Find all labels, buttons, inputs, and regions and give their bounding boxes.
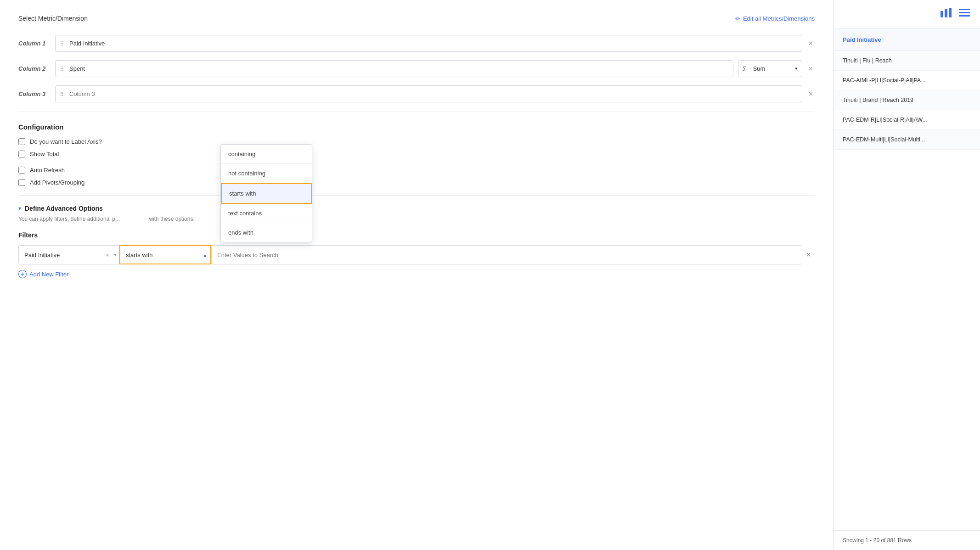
filter-condition-text: starts with [126, 252, 153, 258]
pencil-icon: ✏ [735, 15, 740, 22]
right-panel-footer: Showing 1 - 20 of 881 Rows [834, 530, 980, 550]
checkbox-auto-refresh-text: Auto Refresh [30, 167, 65, 174]
checkbox-label-axis-text: Do you want to Label Axis? [30, 138, 102, 145]
dropdown-item-starts-with[interactable]: starts with [221, 183, 312, 204]
advanced-section: ▾ Define Advanced Options You can apply … [18, 195, 815, 278]
table-view-icon[interactable] [958, 7, 971, 21]
right-panel-content: Paid Initiative Tinuiti | Flu | Reach PA… [834, 29, 980, 530]
checkbox-add-pivots-text: Add Pivots/Grouping [30, 179, 84, 186]
column-1-close[interactable]: × [807, 38, 815, 50]
column-2-row: Column 2 ⠿ Σ Sum Count Avg Min Max ▾ × [18, 60, 815, 77]
column-3-close[interactable]: × [807, 88, 815, 100]
filter-field-text[interactable]: Paid Initiative [18, 245, 119, 264]
svg-rect-2 [949, 8, 952, 17]
advanced-desc: You can apply filters, define additional… [18, 216, 815, 222]
right-panel-toolbar [834, 0, 980, 29]
config-title: Configuration [18, 123, 815, 131]
filter-field-wrapper: Paid Initiative × ▾ [18, 245, 119, 264]
column-2-input[interactable] [55, 60, 733, 77]
svg-rect-1 [945, 9, 947, 17]
filter-condition-chevron: ▴ [203, 252, 207, 258]
checkbox-show-total: Show Total [18, 151, 815, 157]
column-3-input-wrapper: ⠿ [55, 85, 802, 102]
checkbox-show-total-input[interactable] [18, 151, 25, 157]
column-3-input[interactable] [55, 85, 802, 102]
checkbox-add-pivots: Add Pivots/Grouping [18, 179, 815, 186]
right-panel-row-5: PAC-EDM-Multi|LI|Social-Multi... [834, 130, 980, 150]
divider-1 [18, 112, 815, 112]
dropdown-item-text-contains[interactable]: text contains [221, 204, 312, 223]
column-3-label: Column 3 [18, 90, 51, 97]
right-panel: Paid Initiative Tinuiti | Flu | Reach PA… [833, 0, 980, 550]
dropdown-item-not-containing[interactable]: not containing [221, 164, 312, 183]
filter-delete-btn[interactable]: × [802, 248, 815, 262]
section-header: Select Metric/Dimension ✏ Edit all Metri… [18, 15, 815, 22]
svg-rect-3 [959, 9, 970, 10]
column-2-label: Column 2 [18, 65, 51, 72]
edit-all-link[interactable]: ✏ Edit all Metrics/Dimensions [735, 15, 815, 22]
column-1-label: Column 1 [18, 40, 51, 47]
advanced-header: ▾ Define Advanced Options [18, 205, 815, 212]
filter-condition-display[interactable]: starts with ▴ [119, 245, 211, 264]
filter-field-clear[interactable]: × [106, 252, 109, 258]
right-panel-row-3: Tinuiti | Brand | Reach 2019 [834, 90, 980, 110]
dropdown-item-containing[interactable]: containing [221, 145, 312, 164]
filter-condition-wrapper: containing not containing starts with te… [119, 245, 211, 264]
svg-rect-5 [959, 15, 970, 17]
checkbox-auto-refresh-input[interactable] [18, 167, 25, 174]
filter-field-chevron[interactable]: ▾ [114, 252, 117, 258]
column-1-input[interactable] [55, 35, 802, 52]
column-2-close[interactable]: × [807, 63, 815, 75]
filter-field-value: Paid Initiative [24, 252, 60, 258]
right-panel-column-header: Paid Initiative [834, 29, 980, 51]
bar-chart-icon[interactable] [940, 7, 952, 21]
svg-rect-4 [959, 12, 970, 13]
column-1-input-wrapper: ⠿ [55, 35, 802, 52]
configuration-section: Configuration Do you want to Label Axis?… [18, 123, 815, 186]
aggregate-select[interactable]: Sum Count Avg Min Max [738, 60, 802, 77]
checkbox-auto-refresh: Auto Refresh [18, 167, 815, 174]
add-filter-link[interactable]: + Add New Filter [18, 270, 815, 278]
edit-all-label: Edit all Metrics/Dimensions [743, 15, 815, 22]
right-panel-row-1: Tinuiti | Flu | Reach [834, 51, 980, 71]
column-1-row: Column 1 ⠿ × [18, 35, 815, 52]
advanced-title: Define Advanced Options [25, 205, 103, 212]
select-metric-label: Select Metric/Dimension [18, 15, 88, 22]
right-panel-rows: Tinuiti | Flu | Reach PAC-AIML-P|LI|Soci… [834, 51, 980, 150]
right-panel-row-4: PAC-EDM-R|LI|Social-R|All|AW... [834, 110, 980, 130]
main-panel: Select Metric/Dimension ✏ Edit all Metri… [0, 0, 833, 550]
right-panel-row-2: PAC-AIML-P|LI|Social-P|All|PA... [834, 71, 980, 90]
advanced-toggle-icon[interactable]: ▾ [18, 205, 21, 212]
column-3-row: Column 3 ⠿ × [18, 85, 815, 102]
filter-value-input[interactable] [211, 245, 802, 264]
condition-dropdown: containing not containing starts with te… [220, 144, 312, 242]
checkbox-show-total-text: Show Total [30, 151, 59, 157]
column-2-input-wrapper: ⠿ [55, 60, 733, 77]
aggregate-select-wrapper: Σ Sum Count Avg Min Max ▾ [738, 60, 802, 77]
checkbox-label-axis: Do you want to Label Axis? [18, 138, 815, 145]
dropdown-item-ends-with[interactable]: ends with [221, 223, 312, 242]
checkbox-add-pivots-input[interactable] [18, 179, 25, 186]
filter-row-1: Paid Initiative × ▾ containing not conta… [18, 245, 815, 264]
svg-rect-0 [941, 11, 943, 17]
add-filter-label: Add New Filter [29, 271, 68, 278]
filters-title: Filters [18, 231, 815, 239]
checkbox-label-axis-input[interactable] [18, 138, 25, 145]
add-filter-plus-icon: + [18, 270, 27, 278]
